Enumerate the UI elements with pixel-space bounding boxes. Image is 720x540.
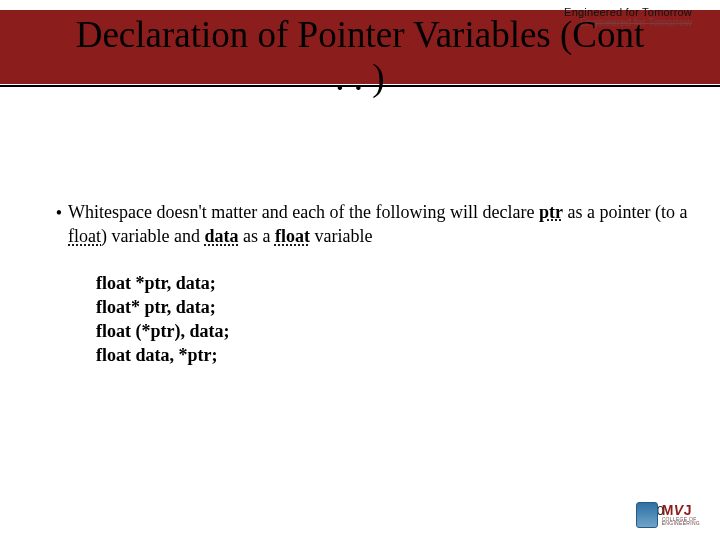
bullet-item: • Whitespace doesn't matter and each of … <box>50 200 690 249</box>
code-line-3: float (*ptr), data; <box>96 319 690 343</box>
code-line-1: float *ptr, data; <box>96 271 690 295</box>
college-logo-main: MVJ <box>662 504 700 517</box>
slide: Engineered for Tomorrow Engineered for T… <box>0 0 720 540</box>
bullet-marker: • <box>50 200 68 225</box>
slide-title: Declaration of Pointer Variables (Cont .… <box>0 14 720 99</box>
bullet-seg-3: ) variable and <box>101 226 204 246</box>
title-line-2: . . ) <box>0 57 720 100</box>
body-content: • Whitespace doesn't matter and each of … <box>50 200 690 368</box>
bullet-float-1: float <box>68 226 101 246</box>
bullet-data: data <box>204 226 238 246</box>
bullet-seg-5: variable <box>310 226 372 246</box>
code-line-4: float data, *ptr; <box>96 343 690 367</box>
college-logo: MVJ COLLEGE OF ENGINEERING <box>636 502 700 528</box>
code-line-2: float* ptr, data; <box>96 295 690 319</box>
title-line-1: Declaration of Pointer Variables (Cont <box>0 14 720 57</box>
bullet-seg-4: as a <box>238 226 274 246</box>
bullet-float-2: float <box>275 226 310 246</box>
bullet-seg-1: Whitespace doesn't matter and each of th… <box>68 202 539 222</box>
college-logo-sub-2: ENGINEERING <box>662 521 700 526</box>
code-block: float *ptr, data; float* ptr, data; floa… <box>96 271 690 368</box>
bullet-ptr: ptr <box>539 202 563 222</box>
college-logo-icon <box>636 502 658 528</box>
college-logo-text: MVJ COLLEGE OF ENGINEERING <box>662 504 700 526</box>
bullet-seg-2: as a pointer (to a <box>563 202 687 222</box>
bullet-text: Whitespace doesn't matter and each of th… <box>68 200 690 249</box>
